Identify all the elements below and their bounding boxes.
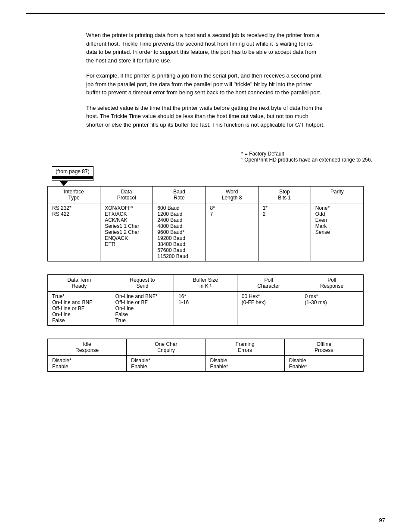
diagram-area: * = Factory Default ¹ OpenPrint HD produ…	[26, 151, 385, 392]
d1-parity: None*OddEvenMarkSense	[311, 203, 363, 261]
h3-idle-response: IdleResponse	[48, 339, 127, 355]
footnote-area: * = Factory Default ¹ OpenPrint HD produ…	[26, 151, 385, 163]
h3-one-char: One CharEnquiry	[127, 339, 206, 355]
d2-request: On-Line and BNF*Off-Line or BFOn-LineFal…	[111, 292, 174, 325]
from-page-label: (from page 87)	[56, 168, 90, 174]
diagram-1-data: RS 232*RS 422 XON/XOFF*ETX/ACKACK/NAKSer…	[48, 203, 363, 261]
h2-poll-response: PollResponse	[300, 275, 363, 291]
from-page-container: (from page 87)	[47, 166, 364, 186]
paragraph-2: For example, if the printer is printing …	[86, 72, 325, 97]
diagram-3: IdleResponse One CharEnquiry FramingErro…	[47, 339, 364, 372]
diagram-1: InterfaceType DataProtocol BaudRate Word…	[47, 186, 364, 261]
h2-request-to-send: Request toSend	[111, 275, 174, 291]
diagram-1-headers: InterfaceType DataProtocol BaudRate Word…	[48, 187, 363, 203]
h1-parity: Parity	[311, 187, 363, 203]
d1-word: 8*7	[206, 203, 258, 261]
diagram-2-data: True*On-Line and BNFOff-Line or BFOn-Lin…	[48, 292, 363, 325]
content-area: When the printer is printing data from a…	[86, 14, 325, 129]
d2-buffer: 16*1-16	[174, 292, 237, 325]
d3-one-char: Disable*Enable	[127, 356, 206, 371]
from-page-bar	[52, 176, 93, 179]
d2-data-term: True*On-Line and BNFOff-Line or BFOn-Lin…	[48, 292, 111, 325]
h3-framing: FramingErrors	[206, 339, 285, 355]
h1-word-length: WordLength 8	[206, 187, 258, 203]
diagram-3-headers: IdleResponse One CharEnquiry FramingErro…	[48, 339, 363, 356]
h2-poll-char: PollCharacter	[237, 275, 301, 291]
from-page-box: (from page 87)	[52, 166, 93, 181]
diagram-wrapper: (from page 87) InterfaceType DataProtoco…	[47, 166, 364, 372]
h1-baud-rate: BaudRate	[153, 187, 206, 203]
h1-data-protocol: DataProtocol	[100, 187, 153, 203]
gap-1	[47, 268, 364, 274]
d1-stop: 1*2	[258, 203, 311, 261]
h1-stop-bits: StopBits 1	[258, 187, 311, 203]
d2-poll-char: 00 Hex*(0-FF hex)	[237, 292, 301, 325]
d1-baud: 600 Baud1200 Baud2400 Baud4800 Baud9600 …	[153, 203, 206, 261]
paragraph-3: The selected value is the time that the …	[86, 104, 325, 129]
h2-buffer-size: Buffer Sizein K ¹	[174, 275, 237, 291]
h3-offline: OfflineProcess	[285, 339, 363, 355]
footnotes: * = Factory Default ¹ OpenPrint HD produ…	[241, 151, 372, 163]
footnote-2: ¹ OpenPrint HD products have an extended…	[241, 157, 372, 163]
diagram-2-headers: Data TermReady Request toSend Buffer Siz…	[48, 275, 363, 292]
from-page-arrow	[59, 181, 68, 186]
gap-2	[47, 333, 364, 339]
d3-idle: Disable*Enable	[48, 356, 127, 371]
diagram-3-data: Disable*Enable Disable*Enable DisableEna…	[48, 356, 363, 371]
d1-interface: RS 232*RS 422	[48, 203, 100, 261]
section-divider	[26, 142, 385, 142]
d1-protocol: XON/XOFF*ETX/ACKACK/NAKSeries1 1 CharSer…	[100, 203, 153, 261]
footnote-1: * = Factory Default	[241, 151, 372, 157]
h2-data-term: Data TermReady	[48, 275, 111, 291]
d3-framing: DisableEnable*	[206, 356, 285, 371]
page-number: 97	[379, 517, 385, 523]
h1-interface-type: InterfaceType	[48, 187, 100, 203]
diagram-2: Data TermReady Request toSend Buffer Siz…	[47, 274, 364, 326]
paragraph-1: When the printer is printing data from a…	[86, 31, 325, 65]
d2-poll-resp: 0 ms*(1-30 ms)	[300, 292, 363, 325]
d3-offline: DisableEnable*	[285, 356, 363, 371]
